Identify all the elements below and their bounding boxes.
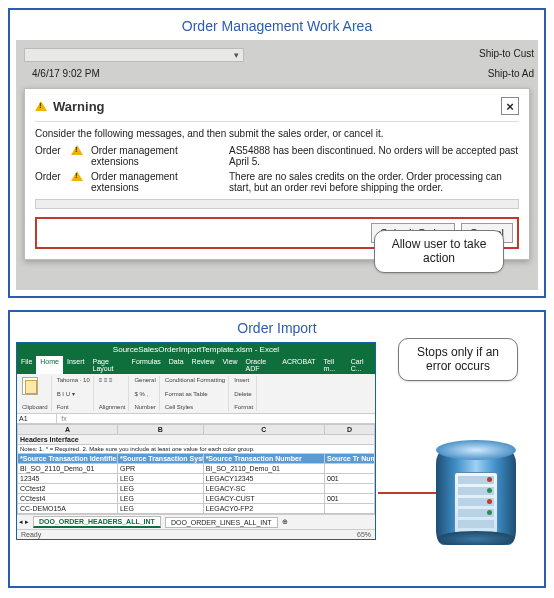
ribbon-item[interactable]: Conditional Formatting xyxy=(165,377,225,383)
panel-order-import: Order Import SourceSalesOrderImportTempl… xyxy=(8,310,546,588)
ribbon-tab[interactable]: Page Layout xyxy=(88,356,127,374)
warning-icon xyxy=(71,145,85,157)
ribbon-tab[interactable]: Home xyxy=(36,356,63,374)
ribbon-group-styles: Conditional Formatting Format as Table C… xyxy=(162,376,229,411)
panel-work-area: Order Management Work Area ▾ Ship-to Cus… xyxy=(8,8,546,298)
sheet-tab[interactable]: DOO_ORDER_HEADERS_ALL_INT xyxy=(33,516,161,528)
ribbon-group-alignment: ≡ ≡ ≡ Alignment xyxy=(96,376,130,411)
sheet-tab-bar: ◂ ▸ DOO_ORDER_HEADERS_ALL_INT DOO_ORDER_… xyxy=(17,514,375,529)
ribbon-tab[interactable]: Review xyxy=(188,356,219,374)
ribbon-item[interactable]: Delete xyxy=(234,391,253,397)
excel-ribbon-tabs: File Home Insert Page Layout Formulas Da… xyxy=(17,356,375,374)
dialog-intro: Consider the following messages, and the… xyxy=(35,128,519,139)
ribbon-tab[interactable]: Insert xyxy=(63,356,89,374)
formula-bar: A1 fx xyxy=(17,414,375,424)
close-icon: × xyxy=(506,99,514,114)
column-headers: ABCD xyxy=(18,425,375,435)
ribbon-group-font: Tahoma · 10 B I U ▾ Font xyxy=(54,376,94,411)
ribbon-group-label: Clipboard xyxy=(22,404,48,410)
msg-col-order: Order xyxy=(35,145,65,156)
zoom-level[interactable]: 65% xyxy=(357,531,371,538)
close-button[interactable]: × xyxy=(501,97,519,115)
ribbon-tab[interactable]: Data xyxy=(165,356,188,374)
excel-window-title: SourceSalesOrderImportTemplate.xlsm - Ex… xyxy=(113,345,279,354)
name-box[interactable]: A1 xyxy=(17,414,57,423)
panel-title: Order Management Work Area xyxy=(16,16,538,40)
table-row: 12345LEGLEGACY12345001 xyxy=(18,474,375,484)
msg-text: There are no sales credits on the order.… xyxy=(229,171,519,193)
sheet-add-icon[interactable]: ⊕ xyxy=(282,518,288,526)
message-row: Order Order management extensions AS5488… xyxy=(35,145,519,167)
database-window-icon xyxy=(454,472,498,534)
paste-icon[interactable] xyxy=(22,377,38,395)
callout-stops-on-error: Stops only if an error occurs xyxy=(398,338,518,381)
warning-icon xyxy=(71,171,85,183)
ribbon-item[interactable]: Format xyxy=(234,404,253,410)
font-size[interactable]: 10 xyxy=(83,377,90,383)
dropdown-stub[interactable]: ▾ xyxy=(24,48,244,62)
msg-col-source: Order management extensions xyxy=(91,145,223,167)
ribbon-tab[interactable]: Tell m... xyxy=(320,356,347,374)
worksheet[interactable]: ABCD Headers Interface Notes: 1. * = Req… xyxy=(17,424,375,514)
excel-window: SourceSalesOrderImportTemplate.xlsm - Ex… xyxy=(16,342,376,540)
chevron-down-icon: ▾ xyxy=(234,50,239,60)
fx-icon[interactable]: fx xyxy=(57,414,71,423)
formula-input[interactable] xyxy=(71,414,375,423)
database-icon xyxy=(436,440,516,545)
lower-layout: SourceSalesOrderImportTemplate.xlsm - Ex… xyxy=(16,342,538,580)
ribbon-tab[interactable]: Carl C... xyxy=(347,356,375,374)
number-format[interactable]: General xyxy=(134,377,155,383)
horizontal-scrollbar[interactable] xyxy=(35,199,519,209)
ship-to-cust-label: Ship-to Cust xyxy=(479,48,534,59)
table-row: CC-DEMO15ALEGLEGACY0-FP2 xyxy=(18,504,375,514)
sheet-nav-icon[interactable]: ◂ ▸ xyxy=(19,518,29,526)
table-header-row: *Source Transaction Identifier *Source T… xyxy=(18,454,375,464)
table-row: CCtest4LEGLEGACY-CUST001 xyxy=(18,494,375,504)
sheet-tab[interactable]: DOO_ORDER_LINES_ALL_INT xyxy=(165,517,278,528)
ribbon-tab[interactable]: Formulas xyxy=(128,356,165,374)
ribbon-tab[interactable]: File xyxy=(17,356,36,374)
font-name[interactable]: Tahoma xyxy=(57,377,78,383)
status-ready: Ready xyxy=(21,531,41,538)
ribbon-tab[interactable]: Oracle ADF xyxy=(242,356,279,374)
excel-titlebar: SourceSalesOrderImportTemplate.xlsm - Ex… xyxy=(17,343,375,356)
table-row: BI_SO_2110_Demo_01GPRBI_SO_2110_Demo_01 xyxy=(18,464,375,474)
ribbon-group-cells: Insert Delete Format xyxy=(231,376,257,411)
work-area-toolbar: ▾ Ship-to Cust xyxy=(16,48,538,62)
msg-text: AS54888 has been discontinued. No orders… xyxy=(229,145,519,167)
ribbon-group-clipboard: Clipboard xyxy=(19,376,52,411)
msg-col-source: Order management extensions xyxy=(91,171,223,193)
dialog-title: Warning xyxy=(53,99,105,114)
note-row: Notes: 1. * = Required. 2. Make sure you… xyxy=(18,445,375,454)
ribbon-group-number: General $ % , Number xyxy=(131,376,159,411)
table-row: CCtest2LEGLEGACY-SC xyxy=(18,484,375,494)
message-row: Order Order management extensions There … xyxy=(35,171,519,193)
ribbon-item[interactable]: Cell Styles xyxy=(165,404,225,410)
dialog-titlebar: Warning × xyxy=(35,97,519,122)
ribbon-item[interactable]: Insert xyxy=(234,377,253,383)
ribbon-item[interactable]: Format as Table xyxy=(165,391,225,397)
ribbon-group-label: Number xyxy=(134,404,155,410)
ribbon-tab[interactable]: ACROBAT xyxy=(278,356,319,374)
ribbon-tab[interactable]: View xyxy=(219,356,242,374)
ribbon-group-label: Font xyxy=(57,404,90,410)
msg-col-order: Order xyxy=(35,171,65,182)
ribbon-group-label: Alignment xyxy=(99,404,126,410)
callout-allow-user: Allow user to take action xyxy=(374,230,504,273)
status-bar: Ready 65% xyxy=(17,529,375,539)
section-row: Headers Interface xyxy=(18,435,375,445)
work-area-row2: 4/6/17 9:02 PM Ship-to Ad xyxy=(16,68,538,84)
order-date: 4/6/17 9:02 PM xyxy=(32,68,100,79)
excel-ribbon: Clipboard Tahoma · 10 B I U ▾ Font ≡ ≡ ≡… xyxy=(17,374,375,414)
ship-to-add-label: Ship-to Ad xyxy=(488,68,534,79)
warning-icon xyxy=(35,101,47,111)
